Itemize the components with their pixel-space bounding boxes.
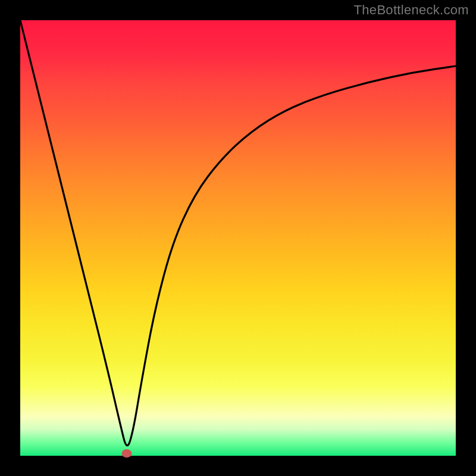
watermark-text: TheBottleneck.com — [354, 2, 469, 18]
chart-frame: TheBottleneck.com — [0, 0, 476, 476]
bottleneck-curve — [20, 20, 456, 456]
minimum-marker — [122, 449, 132, 458]
plot-area — [20, 20, 456, 456]
